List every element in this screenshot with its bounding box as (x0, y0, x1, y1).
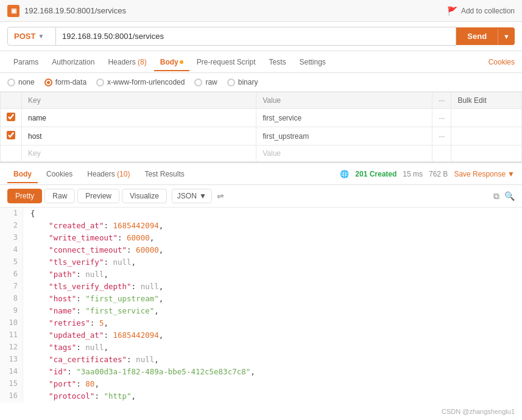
json-line: 2 "created_at": 1685442094, (0, 220, 522, 232)
row2-value[interactable]: first_upstream (256, 127, 432, 145)
response-section: Body Cookies Headers (10) Test Results 🌐… (0, 162, 522, 402)
json-line: 15 "port": 80, (0, 378, 522, 390)
tab-pre-request[interactable]: Pre-request Script (191, 53, 262, 71)
visualize-btn[interactable]: Visualize (122, 189, 167, 203)
json-output: 1{ 2 "created_at": 1685442094, 3 "write_… (0, 208, 522, 402)
tab-params[interactable]: Params (7, 53, 44, 71)
globe-icon: 🌐 (340, 170, 349, 178)
copy-btn[interactable]: ⧉ (493, 191, 499, 201)
json-line: 1{ (0, 208, 522, 220)
json-line: 4 "connect_timeout": 60000, (0, 244, 522, 256)
empty-dots (432, 145, 451, 162)
th-value: Value (256, 93, 432, 109)
json-line: 6 "path": null, (0, 268, 522, 281)
row2-key[interactable]: host (22, 127, 256, 145)
row1-extra (451, 109, 522, 127)
url-input[interactable] (56, 27, 456, 46)
row1-checkbox[interactable] (7, 113, 15, 121)
res-tab-body[interactable]: Body (7, 165, 38, 183)
radio-raw[interactable]: raw (194, 78, 217, 86)
json-line: 9 "name": "first_service", (0, 305, 522, 317)
json-line: 11 "updated_at": 1685442094, (0, 329, 522, 341)
row2-extra (451, 127, 522, 145)
tab-settings[interactable]: Settings (293, 53, 331, 71)
res-tab-cookies[interactable]: Cookies (40, 165, 79, 183)
row2-checkbox-cell[interactable] (1, 127, 22, 145)
th-key: Key (22, 93, 256, 109)
tab-url: 192.168.19.50:8001/services (24, 6, 126, 15)
cookies-link[interactable]: Cookies (488, 58, 515, 66)
preview-btn[interactable]: Preview (77, 189, 119, 203)
radio-binary[interactable]: binary (227, 78, 258, 86)
th-checkbox (1, 93, 22, 109)
tab-headers[interactable]: Headers (8) (102, 53, 152, 71)
response-status-bar: 🌐 201 Created 15 ms 762 B Save Response … (340, 170, 515, 178)
empty-checkbox-cell (1, 145, 22, 162)
json-line: 16 "protocol": "http", (0, 390, 522, 402)
top-bar: ▣ 192.168.19.50:8001/services 🚩 Add to c… (0, 0, 522, 22)
add-to-collection-btn[interactable]: 🚩 Add to collection (447, 6, 515, 16)
radio-form-data[interactable]: form-data (44, 78, 86, 86)
table-row: host first_upstream ··· (1, 127, 522, 145)
json-line: 5 "tls_verify": null, (0, 256, 522, 268)
tab-authorization[interactable]: Authorization (46, 53, 101, 71)
status-code: 201 Created (355, 170, 397, 178)
send-button[interactable]: Send ▼ (456, 27, 515, 45)
json-line: 12 "tags": null, (0, 341, 522, 354)
send-main-btn[interactable]: Send (456, 27, 498, 45)
json-line: 7 "tls_verify_depth": null, (0, 281, 522, 293)
body-type-bar: none form-data x-www-form-urlencoded raw… (0, 73, 522, 92)
row1-value[interactable]: first_service (256, 109, 432, 127)
json-line: 8 "host": "first_upstream", (0, 293, 522, 305)
raw-btn[interactable]: Raw (44, 189, 75, 203)
response-size: 762 B (429, 170, 448, 178)
search-btn[interactable]: 🔍 (504, 191, 515, 201)
radio-binary-dot (227, 79, 235, 86)
res-tab-test-results[interactable]: Test Results (138, 165, 190, 183)
row1-key[interactable]: name (22, 109, 256, 127)
send-dropdown-btn[interactable]: ▼ (498, 29, 515, 44)
row1-dots[interactable]: ··· (432, 109, 451, 127)
table-row: name first_service ··· (1, 109, 522, 127)
add-collection-icon: 🚩 (447, 6, 457, 16)
json-line: 14 "id": "3aa00d3a-1f82-489a-bbe5-412c5e… (0, 366, 522, 378)
response-toolbar: Pretty Raw Preview Visualize JSON ▼ ⇌ ⧉ … (0, 185, 522, 208)
json-line: 13 "ca_certificates": null, (0, 354, 522, 366)
row1-checkbox-cell[interactable] (1, 109, 22, 127)
bulk-edit-button[interactable]: Bulk Edit (457, 96, 486, 105)
pretty-btn[interactable]: Pretty (7, 189, 42, 203)
json-format-select[interactable]: JSON ▼ (172, 189, 212, 203)
wrap-icon[interactable]: ⇌ (217, 191, 224, 201)
empty-extra (451, 145, 522, 162)
top-bar-left: ▣ 192.168.19.50:8001/services (7, 5, 126, 17)
empty-value-input[interactable] (263, 149, 426, 158)
json-chevron-icon: ▼ (199, 192, 206, 200)
json-line: 10 "retries": 5, (0, 317, 522, 329)
response-time: 15 ms (403, 170, 423, 178)
radio-urlencoded[interactable]: x-www-form-urlencoded (96, 78, 185, 86)
res-tab-headers[interactable]: Headers (10) (81, 165, 136, 183)
tab-tests[interactable]: Tests (263, 53, 292, 71)
json-line: 3 "write_timeout": 60000, (0, 232, 522, 244)
empty-value[interactable] (256, 145, 432, 162)
row2-checkbox[interactable] (7, 131, 15, 139)
radio-form-data-dot (44, 79, 52, 86)
empty-key[interactable] (22, 145, 256, 162)
radio-raw-dot (194, 79, 202, 86)
radio-urlencoded-dot (96, 79, 104, 86)
method-select[interactable]: POST ▼ (7, 27, 56, 46)
table-row-empty (1, 145, 522, 162)
request-tabs: Params Authorization Headers (8) Body Pr… (0, 51, 522, 73)
form-table: Key Value ··· Bulk Edit name first_servi… (0, 92, 522, 162)
empty-key-input[interactable] (28, 149, 250, 158)
radio-none-dot (7, 79, 15, 86)
method-chevron-icon: ▼ (38, 33, 44, 40)
app-icon: ▣ (7, 5, 19, 17)
url-bar: POST ▼ Send ▼ (0, 22, 522, 51)
tab-body[interactable]: Body (154, 53, 189, 71)
row2-dots[interactable]: ··· (432, 127, 451, 145)
th-bulk-edit[interactable]: Bulk Edit (451, 93, 522, 109)
th-dots: ··· (432, 93, 451, 109)
radio-none[interactable]: none (7, 78, 35, 86)
save-response-btn[interactable]: Save Response ▼ (454, 170, 515, 178)
